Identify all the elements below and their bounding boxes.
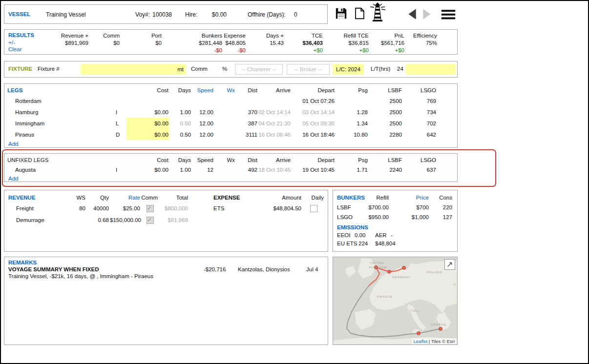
results-delta: +$0 [324,47,370,54]
cargo-qty-input[interactable] [81,64,177,75]
laytime-value[interactable]: 24 [397,66,403,72]
unfixed-add-link[interactable]: Add [7,175,457,182]
euets-label: EU ETS [337,241,358,246]
port-marker-rotterdam[interactable] [388,270,391,273]
revenue-row: Demurrage 0.68 $150,000.00 $91,969 [8,214,189,226]
leg-psg: 1.28 [336,106,369,118]
leg-speed[interactable] [192,95,214,106]
leg-port[interactable]: Immingham [7,121,116,126]
cargo-qty-field[interactable]: mt [81,64,186,75]
bunker-price[interactable]: $1,000 [389,214,429,220]
fixture-number-label: Fixture # [38,66,60,72]
remarks-panel[interactable]: REMARKS VOYAGE SUMMARY WHEN FIXED -$20,7… [4,257,328,345]
daily-checkbox[interactable] [310,205,317,212]
leg-speed[interactable]: 12.00 [192,106,214,118]
leg-depart: 19 Oct 10:45 [292,165,336,175]
leg-type: I [116,109,126,115]
menu-icon[interactable] [441,9,456,22]
col-price[interactable]: Price [389,195,429,201]
leg-port[interactable]: Augusta [7,167,116,173]
revenue-rate[interactable]: $25.00 [110,205,141,211]
leg-cost[interactable]: $0.00 [126,106,169,118]
leg-cost[interactable] [126,95,169,106]
results-plus-minus-link[interactable]: +/- [8,40,15,45]
leg-days[interactable]: 1.00 [169,165,192,175]
laycan-chip[interactable]: L/C: 2024 [333,64,364,75]
col-arrive: Arrive [258,85,292,95]
leg-speed[interactable]: 12.00 [192,118,214,129]
revenue-rate[interactable]: $150,000.00 [110,217,141,223]
port-marker-augusta[interactable] [417,332,420,335]
fixture-percent-label: % [222,66,227,72]
leg-days[interactable]: 1.00 [169,106,192,118]
col-comm: Comm [141,195,159,201]
leg-depart[interactable]: 01 Oct 07:26 [292,95,336,106]
leg-dist: 3111 [236,129,258,140]
map-expand-button[interactable] [444,259,455,270]
leg-days[interactable] [169,95,192,106]
broker-dropdown[interactable]: -- Broker -- [287,64,330,75]
leg-lsbf: 2500 [369,106,403,118]
hire-value[interactable]: $0.00 [212,11,227,18]
bunker-price[interactable]: $700 [389,204,429,210]
legs-add-link[interactable]: Add [7,140,457,147]
results-clear-link[interactable]: Clear [8,46,21,52]
leg-port[interactable]: Piraeus [7,132,116,138]
copy-document-icon[interactable] [353,7,366,21]
bunker-cons[interactable]: 220 [429,204,452,210]
bunker-grade: LSGO [337,214,359,220]
lighthouse-icon[interactable] [367,2,388,23]
bunker-cons[interactable]: 127 [429,214,452,220]
bunker-refill[interactable]: $950.00 [359,214,389,220]
leg-speed[interactable]: 12 [192,165,214,175]
back-arrow-icon[interactable] [406,8,417,22]
comm-checkbox[interactable] [147,217,154,224]
revenue-qty[interactable]: 0.68 [86,217,110,223]
leg-psg: 10.80 [336,129,369,140]
legs-label: LEGS [7,87,116,93]
forward-arrow-icon[interactable] [422,8,433,22]
leaflet-link[interactable]: Leaflet [414,339,428,344]
leg-cost[interactable]: $0.00 [126,118,169,129]
charterer-placeholder: -- Charterer -- [242,66,276,72]
col-psg: Psg [336,85,369,95]
voyage-number-value[interactable]: 100038 [152,11,172,18]
port-marker-piraeus[interactable] [439,327,442,330]
leg-days[interactable]: 0.50 [169,129,192,140]
col-rate[interactable]: Rate [110,195,141,201]
map-label-poland: POLAND [427,271,442,274]
broker-placeholder: -- Broker -- [294,66,322,72]
leg-psg [336,95,369,106]
col-lsbf: LSBF [369,85,403,95]
bunker-row: LSGO $950.00 $1,000 127 [337,212,452,222]
leg-port[interactable]: Rotterdam [7,98,116,104]
leg-cost[interactable]: $0.00 [126,165,169,175]
port-marker-hamburg[interactable] [402,266,405,269]
leg-days[interactable]: 0.50 [169,118,192,129]
expense-row: ETS $48,804.50 [213,202,326,214]
col-days: Days [169,85,192,95]
results-value: 15.43 [247,40,285,47]
fixture-extra-field[interactable] [406,64,456,75]
charterer-dropdown[interactable]: -- Charterer -- [235,64,283,75]
leg-cost[interactable]: $0.00 [126,129,169,140]
aer-value: - [391,232,393,238]
save-icon[interactable] [335,7,348,21]
bunkers-label: BUNKERS [337,195,359,201]
expense-label: EXPENSE [213,195,243,201]
leg-port[interactable]: Hamburg [7,109,116,115]
route-map[interactable]: UNITED KINGDOM GERMANY POLAND FRANCE ITA… [333,257,458,345]
leg-speed[interactable]: 12.00 [192,129,214,140]
offhire-value[interactable]: 0 [294,11,297,18]
comm-checkbox[interactable] [147,205,154,212]
revenue-ws[interactable]: 80 [67,205,86,211]
col-wx[interactable]: Wx [214,85,236,95]
revenue-qty[interactable]: 40000 [86,205,110,211]
bunker-refill[interactable]: $700.00 [359,204,389,210]
col-speed[interactable]: Speed [192,85,214,95]
vessel-name[interactable]: Training Vessel [46,11,86,18]
col-depart: Depart [292,155,336,165]
fixture-extra-input[interactable] [406,64,485,75]
remarks-body[interactable]: Training Vessel, -$21k, 16 days, @ , Imm… [8,273,153,279]
results-value: $891,969 [45,40,89,47]
